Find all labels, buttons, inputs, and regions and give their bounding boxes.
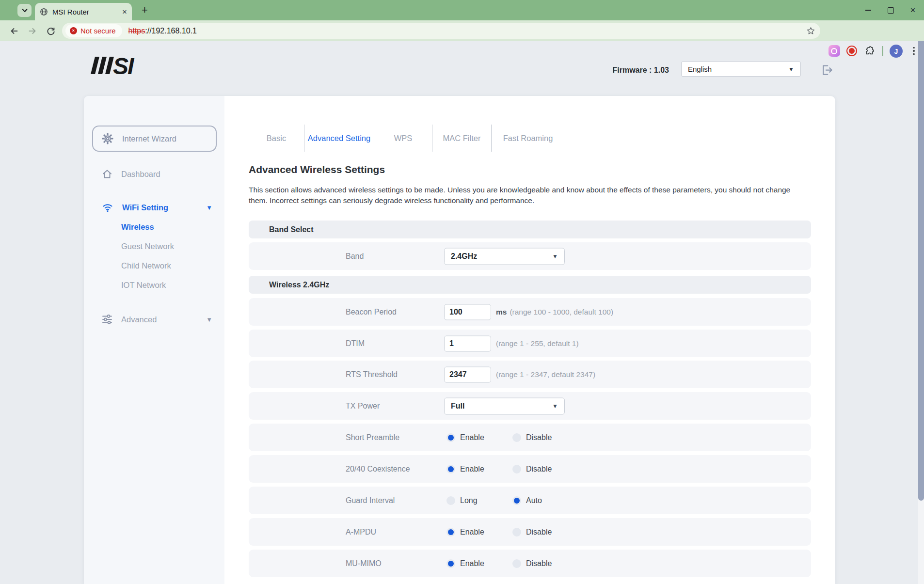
tab-label: Basic — [267, 134, 286, 143]
radio-disable[interactable]: Disable — [512, 465, 578, 474]
chevron-down-icon: ▼ — [788, 66, 794, 73]
language-value: English — [688, 65, 712, 73]
radio-unselected-icon — [512, 559, 521, 568]
row-rts-threshold: RTS Threshold (range 1 - 2347, default 2… — [249, 361, 811, 388]
window-minimize-button[interactable] — [857, 0, 879, 20]
new-tab-button[interactable]: + — [138, 3, 152, 17]
row-beacon-period: Beacon Period ms (range 100 - 1000, defa… — [249, 298, 811, 326]
radio-long[interactable]: Long — [446, 496, 512, 505]
field-label: 20/40 Coexistence — [346, 465, 410, 474]
tab-fast-roaming[interactable]: Fast Roaming — [492, 125, 564, 152]
beacon-period-input[interactable] — [444, 304, 491, 320]
row-2040-coexistence: 20/40 Coexistence Enable Disable — [249, 455, 811, 483]
range-hint: (range 1 - 255, default 1) — [496, 339, 579, 348]
forward-arrow-icon — [27, 26, 38, 36]
field-label: DTIM — [346, 339, 365, 348]
msi-logo: SI — [90, 55, 158, 78]
radio-selected-icon — [446, 465, 455, 474]
radio-enable[interactable]: Enable — [446, 465, 512, 474]
tab-label: Advanced Setting — [308, 134, 370, 143]
window-maximize-button[interactable] — [879, 0, 902, 20]
window-close-button[interactable]: × — [902, 0, 924, 20]
globe-favicon-icon — [40, 8, 48, 16]
settings-tabs: Basic Advanced Setting WPS MAC Filter Fa… — [249, 125, 564, 152]
sidebar-subitem-guest-network[interactable]: Guest Network — [121, 240, 174, 253]
tab-basic[interactable]: Basic — [249, 125, 304, 152]
extension-record-icon[interactable] — [846, 46, 857, 56]
radio-enable[interactable]: Enable — [446, 559, 512, 568]
sidebar-subitem-child-network[interactable]: Child Network — [121, 259, 171, 272]
section-title: Wireless 2.4GHz — [269, 281, 329, 289]
radio-auto[interactable]: Auto — [512, 496, 578, 505]
language-select[interactable]: English ▼ — [681, 62, 801, 77]
sidebar: Internet Wizard Dashboard WiFi Setting ▼ — [84, 96, 224, 584]
sidebar-item-label: IOT Network — [121, 281, 166, 290]
collapse-arrow-icon: ▼ — [206, 316, 212, 323]
collapse-arrow-icon: ▼ — [206, 204, 212, 211]
radio-selected-icon — [446, 559, 455, 568]
tab-search-button[interactable] — [17, 4, 32, 17]
tab-advanced-setting[interactable]: Advanced Setting — [304, 125, 374, 152]
logout-button[interactable] — [820, 63, 833, 77]
browser-tab[interactable]: MSI Router × — [35, 3, 132, 20]
tab-label: Fast Roaming — [503, 134, 553, 143]
radio-disable[interactable]: Disable — [512, 433, 578, 442]
dtim-input[interactable] — [444, 335, 491, 351]
browser-menu-button[interactable] — [909, 45, 918, 57]
forward-button[interactable] — [26, 25, 39, 37]
extensions-puzzle-button[interactable] — [864, 46, 875, 58]
main-content: Basic Advanced Setting WPS MAC Filter Fa… — [224, 96, 835, 584]
field-label: Band — [346, 252, 364, 261]
internet-wizard-button[interactable]: Internet Wizard — [92, 126, 217, 152]
field-label: TX Power — [346, 402, 380, 410]
radio-label: Disable — [526, 559, 552, 568]
sidebar-subitem-iot-network[interactable]: IOT Network — [121, 279, 166, 291]
field-label: A-MPDU — [346, 528, 376, 537]
profile-avatar[interactable]: J — [890, 45, 903, 58]
sidebar-item-dashboard[interactable]: Dashboard — [102, 167, 212, 181]
radio-enable[interactable]: Enable — [446, 433, 512, 442]
rts-threshold-input[interactable] — [444, 366, 491, 382]
reload-button[interactable] — [45, 25, 57, 37]
radio-unselected-icon — [512, 433, 521, 442]
select-value: 2.4GHz — [451, 252, 477, 261]
radio-disable[interactable]: Disable — [512, 528, 578, 537]
radio-label: Long — [460, 496, 478, 505]
not-secure-chip[interactable]: × Not secure — [65, 24, 122, 37]
tab-wps[interactable]: WPS — [374, 125, 432, 152]
not-secure-icon: × — [70, 27, 77, 34]
tab-close-icon[interactable]: × — [122, 8, 127, 16]
browser-toolbar: × Not secure https://192.168.10.1 J — [0, 20, 924, 41]
row-guard-interval: Guard Interval Long Auto — [249, 487, 811, 514]
unit-label: ms — [496, 308, 507, 316]
extension-pink-icon[interactable] — [828, 45, 840, 57]
toolbar-divider — [882, 46, 883, 56]
wifi-icon — [102, 202, 113, 213]
radio-label: Auto — [526, 496, 542, 505]
star-icon — [806, 26, 815, 35]
tab-mac-filter[interactable]: MAC Filter — [432, 125, 492, 152]
field-label: MU-MIMO — [346, 559, 382, 568]
sidebar-item-label: Guest Network — [121, 242, 174, 251]
sidebar-item-label: WiFi Setting — [122, 203, 168, 212]
tx-power-select[interactable]: Full ▼ — [444, 397, 565, 414]
radio-label: Disable — [526, 433, 552, 442]
radio-disable[interactable]: Disable — [512, 559, 578, 568]
address-bar[interactable]: × Not secure https://192.168.10.1 — [62, 23, 820, 39]
sidebar-item-wifi-setting[interactable]: WiFi Setting ▼ — [102, 200, 212, 215]
radio-enable[interactable]: Enable — [446, 528, 512, 537]
radio-selected-icon — [446, 433, 455, 442]
sidebar-item-advanced[interactable]: Advanced ▼ — [102, 312, 212, 327]
bookmark-star-button[interactable] — [806, 26, 815, 35]
sliders-icon — [102, 314, 112, 325]
sidebar-subitem-wireless[interactable]: Wireless — [121, 221, 154, 233]
field-label: Guard Interval — [346, 496, 395, 505]
row-mu-mimo: MU-MIMO Enable Disable — [249, 550, 811, 577]
content-card: Internet Wizard Dashboard WiFi Setting ▼ — [84, 96, 835, 584]
band-select[interactable]: 2.4GHz ▼ — [444, 248, 565, 265]
back-button[interactable] — [8, 25, 20, 37]
chevron-down-icon: ▼ — [552, 253, 558, 260]
reload-icon — [46, 26, 56, 36]
scrollbar-thumb[interactable] — [918, 41, 924, 501]
row-short-preamble: Short Preamble Enable Disable — [249, 424, 811, 451]
